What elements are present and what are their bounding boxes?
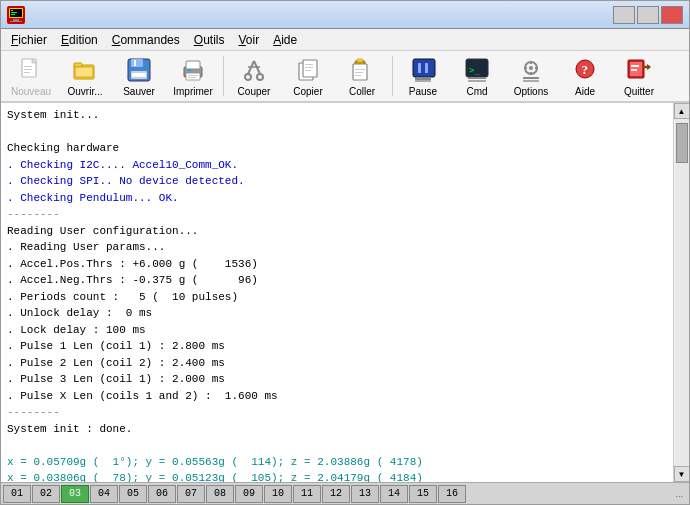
pause-icon: [409, 56, 437, 84]
status-tab-01[interactable]: 01: [3, 485, 31, 503]
svg-rect-40: [355, 69, 365, 70]
copier-label: Copier: [293, 86, 322, 97]
nouveau-button[interactable]: Nouveau: [5, 53, 57, 99]
status-tab-16[interactable]: 16: [438, 485, 466, 503]
content-area: System init... Checking hardware. Checki…: [1, 103, 689, 482]
close-button[interactable]: [661, 6, 683, 24]
menu-outils[interactable]: Outils: [188, 31, 231, 49]
svg-rect-58: [523, 77, 539, 79]
svg-rect-43: [413, 59, 435, 77]
status-tab-06[interactable]: 06: [148, 485, 176, 503]
status-tab-10[interactable]: 10: [264, 485, 292, 503]
coller-label: Coller: [349, 86, 375, 97]
svg-rect-24: [188, 69, 191, 71]
main-content[interactable]: System init... Checking hardware. Checki…: [1, 103, 673, 482]
content-line: . Pulse 1 Len (coil 1) : 2.800 ms: [7, 338, 667, 355]
content-line: . Checking I2C.... Accel10_Comm_OK.: [7, 157, 667, 174]
content-line: --------: [7, 404, 667, 421]
content-line: . Accel.Pos.Thrs : +6.000 g ( 1536): [7, 256, 667, 273]
content-line: . Periods count : 5 ( 10 pulses): [7, 289, 667, 306]
coller-button[interactable]: Coller: [336, 53, 388, 99]
svg-rect-15: [75, 67, 93, 77]
menu-commandes[interactable]: Commandes: [106, 31, 186, 49]
svg-rect-42: [355, 75, 361, 76]
main-window: Fichier Edition Commandes Outils Voir Ai…: [0, 0, 690, 505]
quitter-button[interactable]: Quitter: [613, 53, 665, 99]
content-line: . Checking Pendulum... OK.: [7, 190, 667, 207]
status-tab-09[interactable]: 09: [235, 485, 263, 503]
svg-rect-39: [357, 59, 363, 62]
svg-rect-14: [74, 63, 82, 67]
scroll-up-arrow[interactable]: ▲: [674, 103, 690, 119]
content-line: System init...: [7, 107, 667, 124]
svg-rect-23: [186, 73, 200, 80]
svg-rect-64: [631, 65, 639, 67]
menu-voir[interactable]: Voir: [232, 31, 265, 49]
sauver-button[interactable]: Sauver: [113, 53, 165, 99]
window-controls: [613, 6, 683, 24]
svg-rect-35: [305, 67, 313, 68]
svg-rect-65: [631, 69, 637, 71]
title-bar-left: [7, 6, 31, 24]
aide-button[interactable]: ? Aide: [559, 53, 611, 99]
couper-button[interactable]: Couper: [228, 53, 280, 99]
status-tab-03[interactable]: 03: [61, 485, 89, 503]
pause-label: Pause: [409, 86, 437, 97]
svg-point-27: [245, 74, 251, 80]
svg-rect-11: [24, 69, 32, 70]
svg-rect-25: [188, 75, 198, 76]
options-button[interactable]: Options: [505, 53, 557, 99]
title-bar: [1, 1, 689, 29]
status-corner: ...: [675, 489, 687, 499]
svg-rect-12: [24, 72, 30, 73]
svg-rect-45: [425, 63, 428, 73]
status-tab-11[interactable]: 11: [293, 485, 321, 503]
maximize-button[interactable]: [637, 6, 659, 24]
menu-edition[interactable]: Edition: [55, 31, 104, 49]
status-tab-08[interactable]: 08: [206, 485, 234, 503]
copier-icon: [294, 56, 322, 84]
cmd-button[interactable]: >_ Cmd: [451, 53, 503, 99]
content-line: [7, 437, 667, 454]
menu-fichier[interactable]: Fichier: [5, 31, 53, 49]
couper-icon: [240, 56, 268, 84]
content-line: . Reading User params...: [7, 239, 667, 256]
svg-rect-46: [415, 77, 431, 80]
ouvrir-button[interactable]: Ouvrir...: [59, 53, 111, 99]
content-line: System init : done.: [7, 421, 667, 438]
content-line: x = 0.03806g ( 78); y = 0.05123g ( 105);…: [7, 470, 667, 482]
imprimer-label: Imprimer: [173, 86, 212, 97]
menu-aide[interactable]: Aide: [267, 31, 303, 49]
scroll-track: [675, 119, 689, 466]
status-tab-14[interactable]: 14: [380, 485, 408, 503]
scrollbar: ▲ ▼: [673, 103, 689, 482]
toolbar: Nouveau Ouvrir...: [1, 51, 689, 103]
cmd-label: Cmd: [466, 86, 487, 97]
imprimer-button[interactable]: Imprimer: [167, 53, 219, 99]
pause-button[interactable]: Pause: [397, 53, 449, 99]
menu-bar: Fichier Edition Commandes Outils Voir Ai…: [1, 29, 689, 51]
minimize-button[interactable]: [613, 6, 635, 24]
svg-rect-51: [468, 80, 486, 82]
status-tab-07[interactable]: 07: [177, 485, 205, 503]
svg-rect-17: [131, 59, 143, 67]
scroll-thumb[interactable]: [676, 123, 688, 163]
svg-rect-36: [305, 70, 311, 71]
nouveau-label: Nouveau: [11, 86, 51, 97]
status-tab-04[interactable]: 04: [90, 485, 118, 503]
svg-rect-56: [524, 67, 527, 69]
status-tab-13[interactable]: 13: [351, 485, 379, 503]
nouveau-icon: [17, 56, 45, 84]
status-tab-05[interactable]: 05: [119, 485, 147, 503]
status-tab-12[interactable]: 12: [322, 485, 350, 503]
content-line: Reading User configuration...: [7, 223, 667, 240]
svg-rect-44: [418, 63, 421, 73]
copier-button[interactable]: Copier: [282, 53, 334, 99]
status-bar: 01020304050607080910111213141516...: [1, 482, 689, 504]
scroll-down-arrow[interactable]: ▼: [674, 466, 690, 482]
status-tab-02[interactable]: 02: [32, 485, 60, 503]
aide-label: Aide: [575, 86, 595, 97]
status-tab-15[interactable]: 15: [409, 485, 437, 503]
svg-rect-34: [305, 64, 313, 65]
couper-label: Couper: [238, 86, 271, 97]
